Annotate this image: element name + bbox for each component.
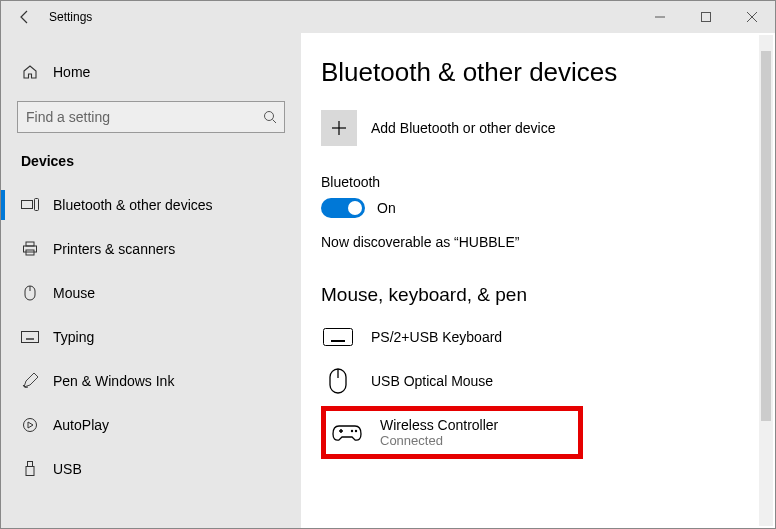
sidebar-item-usb[interactable]: USB xyxy=(1,447,301,491)
nav-list: Bluetooth & other devices Printers & sca… xyxy=(1,183,301,491)
usb-icon xyxy=(21,461,39,477)
toggle-state-label: On xyxy=(377,200,396,216)
sidebar-section-label: Devices xyxy=(1,147,301,183)
svg-rect-11 xyxy=(22,332,39,343)
svg-rect-23 xyxy=(324,329,353,346)
sidebar-item-label: Bluetooth & other devices xyxy=(53,197,213,213)
gamepad-icon xyxy=(330,420,364,446)
highlighted-device: Wireless Controller Connected xyxy=(321,406,583,459)
bluetooth-toggle[interactable] xyxy=(321,198,365,218)
add-device-button[interactable]: Add Bluetooth or other device xyxy=(321,110,775,146)
scrollbar-thumb[interactable] xyxy=(761,51,771,421)
svg-rect-20 xyxy=(26,467,34,476)
body: Home Devices Bluetooth & other devices xyxy=(1,33,775,528)
keyboard-icon xyxy=(321,324,355,350)
home-label: Home xyxy=(53,64,90,80)
svg-point-18 xyxy=(24,419,37,432)
sidebar-item-autoplay[interactable]: AutoPlay xyxy=(1,403,301,447)
svg-line-3 xyxy=(273,120,277,124)
svg-rect-4 xyxy=(22,201,33,209)
svg-point-40 xyxy=(355,429,357,431)
close-button[interactable] xyxy=(729,1,775,33)
search-wrap xyxy=(17,101,285,133)
svg-rect-7 xyxy=(24,246,37,252)
sidebar-item-typing[interactable]: Typing xyxy=(1,315,301,359)
sidebar-item-mouse[interactable]: Mouse xyxy=(1,271,301,315)
window-controls xyxy=(637,1,775,33)
device-name: Wireless Controller xyxy=(380,417,498,433)
sidebar: Home Devices Bluetooth & other devices xyxy=(1,33,301,528)
sidebar-item-label: USB xyxy=(53,461,82,477)
toggle-knob xyxy=(348,201,362,215)
titlebar: Settings xyxy=(1,1,775,33)
svg-rect-6 xyxy=(26,242,34,246)
devices-icon xyxy=(21,198,39,212)
printer-icon xyxy=(21,241,39,257)
add-device-label: Add Bluetooth or other device xyxy=(371,120,555,136)
device-name: PS/2+USB Keyboard xyxy=(371,329,502,345)
back-button[interactable] xyxy=(1,1,49,33)
bluetooth-toggle-row: On xyxy=(321,198,775,218)
window-title: Settings xyxy=(49,10,92,24)
svg-point-2 xyxy=(265,112,274,121)
sidebar-item-printers[interactable]: Printers & scanners xyxy=(1,227,301,271)
plus-icon xyxy=(321,110,357,146)
sidebar-item-bluetooth[interactable]: Bluetooth & other devices xyxy=(1,183,301,227)
autoplay-icon xyxy=(21,417,39,433)
scrollbar[interactable] xyxy=(759,35,773,526)
keyboard-icon xyxy=(21,331,39,343)
minimize-button[interactable] xyxy=(637,1,683,33)
device-group-title: Mouse, keyboard, & pen xyxy=(321,284,775,306)
mouse-icon xyxy=(321,368,355,394)
sidebar-item-pen[interactable]: Pen & Windows Ink xyxy=(1,359,301,403)
sidebar-item-label: AutoPlay xyxy=(53,417,109,433)
sidebar-item-label: Pen & Windows Ink xyxy=(53,373,174,389)
settings-window: Settings Home xyxy=(0,0,776,529)
device-row-mouse[interactable]: USB Optical Mouse xyxy=(321,362,775,406)
sidebar-item-label: Typing xyxy=(53,329,94,345)
discoverable-text: Now discoverable as “HUBBLE” xyxy=(321,234,775,250)
pen-icon xyxy=(21,373,39,389)
sidebar-item-label: Printers & scanners xyxy=(53,241,175,257)
svg-rect-19 xyxy=(28,462,33,467)
content: Bluetooth & other devices Add Bluetooth … xyxy=(301,33,775,528)
device-status: Connected xyxy=(380,433,498,448)
svg-rect-1 xyxy=(702,13,711,22)
maximize-button[interactable] xyxy=(683,1,729,33)
home-button[interactable]: Home xyxy=(1,53,301,91)
svg-point-39 xyxy=(351,429,353,431)
page-title: Bluetooth & other devices xyxy=(321,57,775,88)
search-icon xyxy=(263,110,277,124)
device-name: USB Optical Mouse xyxy=(371,373,493,389)
svg-rect-5 xyxy=(35,199,39,211)
device-row-keyboard[interactable]: PS/2+USB Keyboard xyxy=(321,318,775,362)
bluetooth-label: Bluetooth xyxy=(321,174,775,190)
sidebar-item-label: Mouse xyxy=(53,285,95,301)
device-row-controller[interactable]: Wireless Controller Connected xyxy=(330,415,498,450)
search-input[interactable] xyxy=(17,101,285,133)
home-icon xyxy=(21,64,39,80)
mouse-icon xyxy=(21,285,39,301)
